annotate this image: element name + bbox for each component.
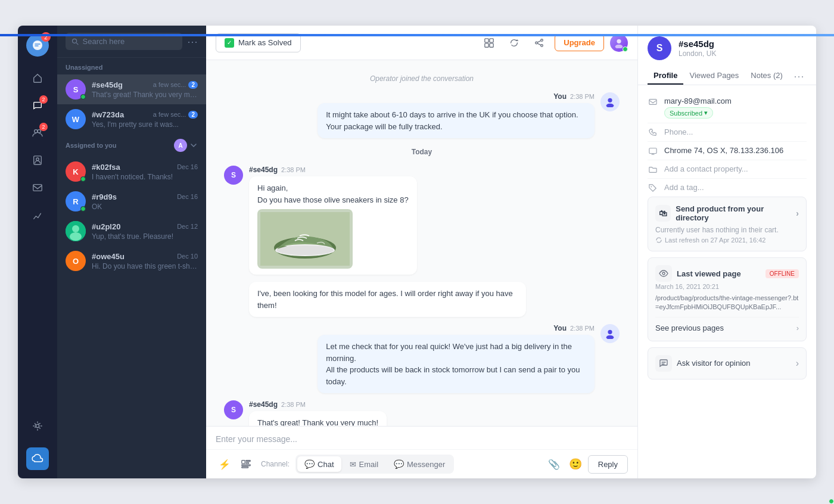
conv-item-se45dg[interactable]: S #se45dg a few sec... 2 That's great! T… xyxy=(57,74,206,104)
conv-info-w723da: #w723da a few sec... 2 Yes, I'm pretty s… xyxy=(92,110,198,129)
see-previous-label: See previous pages xyxy=(655,323,724,332)
conv-preview-k02fsa: I haven't noticed. Thanks! xyxy=(92,173,198,181)
profile-field-tag[interactable]: Add a tag... xyxy=(648,179,807,197)
conv-item-owe45u[interactable]: O #owe45u Dec 10 Hi. Do you have this gr… xyxy=(57,246,206,276)
ask-opinion-left: Ask visitor for opinion xyxy=(655,355,751,372)
conv-avatar-k02fsa: K xyxy=(66,161,86,182)
conv-name-r9d9s: #r9d9s xyxy=(92,192,117,201)
channel-tab-email[interactable]: ✉ Email xyxy=(343,456,386,472)
nav-analytics[interactable] xyxy=(26,203,49,227)
nav-cloud[interactable] xyxy=(26,447,49,470)
channel-tab-chat[interactable]: 💬 Chat xyxy=(297,456,341,472)
conv-info-r9d9s: #r9d9s Dec 16 OK xyxy=(92,192,198,211)
out2-sender: You xyxy=(553,324,567,332)
channel-tabs: 💬 Chat ✉ Email 💬 Messenger xyxy=(295,455,454,474)
profile-more-btn[interactable]: ⋯ xyxy=(791,67,807,85)
chat-input-box[interactable] xyxy=(206,427,637,449)
message-bubble-cont: I've, been looking for this model for ag… xyxy=(249,282,526,317)
check-icon: ✓ xyxy=(225,38,234,48)
upgrade-button[interactable]: Upgrade xyxy=(555,34,604,51)
see-previous-btn[interactable]: See previous pages › xyxy=(655,317,799,334)
visitor-bubble: Hi again,Do you have those olive sneaker… xyxy=(249,176,417,275)
conv-item-u2pl20[interactable]: #u2pl20 Dec 12 Yup, that's true. Pleasur… xyxy=(57,216,206,246)
nav-settings[interactable] xyxy=(26,414,49,438)
profile-name: #se45dg xyxy=(679,39,807,49)
email-tab-label: Email xyxy=(359,460,379,469)
channel-label: Channel: xyxy=(261,460,290,468)
last-viewed-title: Last viewed page xyxy=(655,265,741,282)
conv-name: #se45dg xyxy=(92,80,123,89)
svg-point-6 xyxy=(36,424,39,427)
date-divider: Today xyxy=(224,145,620,158)
out2-time: 2:38 PM xyxy=(570,325,595,332)
subscribed-badge[interactable]: Subscribed ▾ xyxy=(664,107,713,119)
conv-preview-w723da: Yes, I'm pretty sure it was... xyxy=(92,120,198,129)
nav-logo[interactable]: 2 xyxy=(26,34,49,57)
profile-field-contact-property[interactable]: Add a contact property... xyxy=(648,160,807,179)
ask-opinion-section[interactable]: Ask visitor for opinion › xyxy=(648,347,807,379)
opinion-icon xyxy=(655,355,672,372)
user-avatar[interactable] xyxy=(610,34,628,52)
conv-name-u2pl20: #u2pl20 xyxy=(92,222,120,231)
nav-contacts[interactable] xyxy=(26,148,49,172)
top-blue-bar xyxy=(0,34,834,36)
chevron-down-icon xyxy=(189,141,198,150)
conv-preview: That's great! Thank you very much! xyxy=(92,91,198,99)
template-icon[interactable] xyxy=(237,455,255,473)
profile-tab-profile[interactable]: Profile xyxy=(648,67,683,85)
svg-rect-31 xyxy=(242,465,250,466)
profile-tab-notes[interactable]: Notes (2) xyxy=(745,67,788,85)
send-product-section[interactable]: 🛍 Send product from your directory › Cur… xyxy=(648,197,807,251)
conv-info-owe45u: #owe45u Dec 10 Hi. Do you have this gree… xyxy=(92,252,198,270)
message-input[interactable] xyxy=(216,434,628,444)
svg-point-18 xyxy=(617,39,621,43)
nav-email[interactable] xyxy=(26,176,49,200)
reply-button[interactable]: Reply xyxy=(588,455,628,474)
visitor-bubble-2: I've, been looking for this model for ag… xyxy=(249,282,526,317)
contact-property-placeholder: Add a contact property... xyxy=(664,164,807,173)
profile-avatar: S xyxy=(648,36,671,60)
sidebar-more-btn[interactable]: ⋯ xyxy=(187,35,198,48)
profile-location: London, UK xyxy=(679,49,807,58)
svg-rect-5 xyxy=(33,185,42,191)
conv-time-w723da: a few sec... xyxy=(153,111,186,118)
message-sender: You xyxy=(553,92,567,101)
search-icon xyxy=(71,38,79,46)
conv-item-r9d9s[interactable]: R #r9d9s Dec 16 OK xyxy=(57,186,206,216)
conv-item-k02fsa[interactable]: K #k02fsa Dec 16 I haven't noticed. Than… xyxy=(57,157,206,186)
svg-rect-11 xyxy=(485,38,488,42)
conv-info-k02fsa: #k02fsa Dec 16 I haven't noticed. Thanks… xyxy=(92,163,198,181)
email-field-icon xyxy=(648,98,658,106)
conv-avatar-r9d9s: R xyxy=(66,191,86,211)
emoji-icon-btn[interactable]: 🙂 xyxy=(567,455,584,473)
search-input[interactable] xyxy=(83,37,176,46)
channel-tab-messenger[interactable]: 💬 Messenger xyxy=(387,456,452,472)
online-dot-k xyxy=(80,176,86,182)
conv-time-u2pl20: Dec 12 xyxy=(177,223,198,230)
phone-field-content: Phone... xyxy=(664,127,807,136)
chat-topbar: ✓ Mark as Solved Upgrade xyxy=(206,26,637,60)
svg-point-10 xyxy=(70,232,82,241)
message-meta: You 2:38 PM xyxy=(318,92,595,101)
monitor-field-icon xyxy=(648,147,658,155)
see-previous-arrow: › xyxy=(796,323,799,332)
quick-reply-icon[interactable]: ⚡ xyxy=(216,455,234,473)
profile-tab-viewed[interactable]: Viewed Pages xyxy=(683,67,745,85)
visitor-time: 2:38 PM xyxy=(281,166,306,173)
nav-chat[interactable]: 2 xyxy=(26,94,49,117)
nav-home[interactable] xyxy=(26,66,49,90)
cart-empty-text: Currently user has nothing in their cart… xyxy=(655,226,799,234)
sidebar-header: ⋯ xyxy=(57,26,206,58)
last-viewed-label: Last viewed page xyxy=(677,269,741,278)
nav-team[interactable]: 2 xyxy=(26,121,49,145)
last-sender: #se45dg xyxy=(249,400,278,409)
tag-placeholder: Add a tag... xyxy=(664,183,807,192)
conv-item-w723da[interactable]: W #w723da a few sec... 2 Yes, I'm pretty… xyxy=(57,104,206,134)
conv-preview-r9d9s: OK xyxy=(92,203,198,211)
conv-time: a few sec... xyxy=(153,81,186,88)
attachment-icon-btn[interactable]: 📎 xyxy=(545,455,563,473)
user-online-dot xyxy=(623,46,628,52)
last-meta: #se45dg 2:38 PM xyxy=(249,400,387,409)
assigned-avatar-group: A xyxy=(174,139,198,152)
send-product-arrow: › xyxy=(796,209,799,218)
